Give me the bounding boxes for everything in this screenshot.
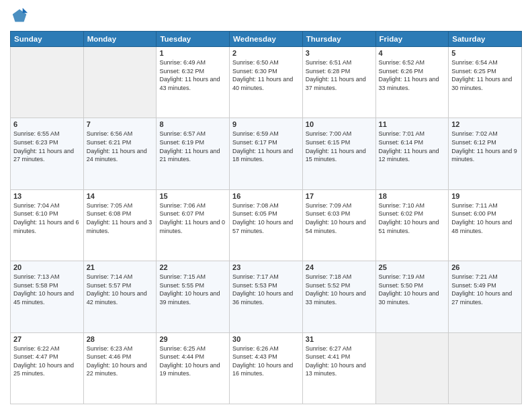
calendar-cell: 9Sunrise: 6:59 AM Sunset: 6:17 PM Daylig…: [230, 118, 303, 189]
calendar-week-4: 20Sunrise: 7:13 AM Sunset: 5:58 PM Dayli…: [11, 261, 522, 332]
day-number: 8: [159, 120, 226, 128]
day-info: Sunrise: 7:01 AM Sunset: 6:14 PM Dayligh…: [379, 130, 446, 163]
calendar-cell: 21Sunrise: 7:14 AM Sunset: 5:57 PM Dayli…: [83, 261, 157, 332]
day-info: Sunrise: 6:23 AM Sunset: 4:46 PM Dayligh…: [87, 345, 154, 378]
day-info: Sunrise: 6:27 AM Sunset: 4:41 PM Dayligh…: [306, 345, 373, 378]
day-number: 27: [13, 335, 81, 343]
calendar-cell: 23Sunrise: 7:17 AM Sunset: 5:53 PM Dayli…: [230, 261, 303, 332]
weekday-header-thursday: Thursday: [302, 32, 375, 47]
day-info: Sunrise: 6:59 AM Sunset: 6:17 PM Dayligh…: [232, 130, 300, 163]
day-number: 22: [159, 263, 226, 271]
calendar-cell: 18Sunrise: 7:10 AM Sunset: 6:02 PM Dayli…: [375, 189, 449, 261]
day-number: 9: [232, 120, 300, 128]
day-info: Sunrise: 7:18 AM Sunset: 5:52 PM Dayligh…: [306, 273, 373, 306]
day-info: Sunrise: 7:19 AM Sunset: 5:50 PM Dayligh…: [379, 273, 446, 306]
day-number: 31: [306, 335, 373, 343]
calendar-cell: 14Sunrise: 7:05 AM Sunset: 6:08 PM Dayli…: [83, 189, 157, 261]
weekday-header-friday: Friday: [375, 32, 449, 47]
day-info: Sunrise: 7:02 AM Sunset: 6:12 PM Dayligh…: [451, 130, 519, 163]
calendar-cell: 4Sunrise: 6:52 AM Sunset: 6:26 PM Daylig…: [375, 47, 449, 118]
day-info: Sunrise: 6:51 AM Sunset: 6:28 PM Dayligh…: [306, 58, 373, 92]
calendar-cell: 22Sunrise: 7:15 AM Sunset: 5:55 PM Dayli…: [157, 261, 230, 332]
calendar-cell: [11, 47, 84, 118]
day-number: 2: [232, 49, 300, 57]
day-info: Sunrise: 7:11 AM Sunset: 6:00 PM Dayligh…: [451, 201, 519, 235]
day-number: 18: [379, 192, 446, 200]
day-number: 7: [87, 120, 154, 128]
header: [10, 7, 522, 26]
day-info: Sunrise: 7:21 AM Sunset: 5:49 PM Dayligh…: [451, 273, 519, 306]
calendar-cell: 12Sunrise: 7:02 AM Sunset: 6:12 PM Dayli…: [449, 118, 522, 189]
day-number: 23: [232, 263, 300, 271]
day-number: 26: [451, 263, 519, 271]
calendar-cell: 13Sunrise: 7:04 AM Sunset: 6:10 PM Dayli…: [11, 189, 84, 261]
calendar-week-2: 6Sunrise: 6:55 AM Sunset: 6:23 PM Daylig…: [11, 118, 522, 189]
calendar-cell: 8Sunrise: 6:57 AM Sunset: 6:19 PM Daylig…: [157, 118, 230, 189]
day-info: Sunrise: 6:57 AM Sunset: 6:19 PM Dayligh…: [159, 130, 226, 163]
calendar-header-row: SundayMondayTuesdayWednesdayThursdayFrid…: [11, 32, 522, 47]
day-number: 13: [13, 192, 81, 200]
day-info: Sunrise: 6:22 AM Sunset: 4:47 PM Dayligh…: [13, 345, 81, 378]
calendar-cell: 28Sunrise: 6:23 AM Sunset: 4:46 PM Dayli…: [83, 332, 157, 404]
calendar-cell: 10Sunrise: 7:00 AM Sunset: 6:15 PM Dayli…: [302, 118, 375, 189]
day-number: 28: [87, 335, 154, 343]
calendar-cell: 20Sunrise: 7:13 AM Sunset: 5:58 PM Dayli…: [11, 261, 84, 332]
calendar-cell: 16Sunrise: 7:08 AM Sunset: 6:05 PM Dayli…: [230, 189, 303, 261]
calendar-cell: 3Sunrise: 6:51 AM Sunset: 6:28 PM Daylig…: [302, 47, 375, 118]
day-info: Sunrise: 6:55 AM Sunset: 6:23 PM Dayligh…: [13, 130, 81, 163]
day-number: 4: [379, 49, 446, 57]
weekday-header-monday: Monday: [83, 32, 157, 47]
weekday-header-saturday: Saturday: [449, 32, 522, 47]
calendar-week-3: 13Sunrise: 7:04 AM Sunset: 6:10 PM Dayli…: [11, 189, 522, 261]
day-info: Sunrise: 7:09 AM Sunset: 6:03 PM Dayligh…: [306, 201, 373, 235]
calendar-cell: 7Sunrise: 6:56 AM Sunset: 6:21 PM Daylig…: [83, 118, 157, 189]
calendar-week-1: 1Sunrise: 6:49 AM Sunset: 6:32 PM Daylig…: [11, 47, 522, 118]
day-number: 30: [232, 335, 300, 343]
page: SundayMondayTuesdayWednesdayThursdayFrid…: [0, 0, 532, 411]
day-number: 1: [159, 49, 226, 57]
calendar-cell: 29Sunrise: 6:25 AM Sunset: 4:44 PM Dayli…: [157, 332, 230, 404]
day-info: Sunrise: 7:00 AM Sunset: 6:15 PM Dayligh…: [306, 130, 373, 163]
day-info: Sunrise: 6:25 AM Sunset: 4:44 PM Dayligh…: [159, 345, 226, 378]
day-info: Sunrise: 7:05 AM Sunset: 6:08 PM Dayligh…: [87, 201, 154, 235]
weekday-header-wednesday: Wednesday: [230, 32, 303, 47]
logo-icon: [10, 7, 29, 26]
day-info: Sunrise: 6:50 AM Sunset: 6:30 PM Dayligh…: [232, 58, 300, 92]
svg-marker-1: [23, 8, 28, 13]
day-number: 29: [159, 335, 226, 343]
day-number: 5: [451, 49, 519, 57]
day-info: Sunrise: 7:14 AM Sunset: 5:57 PM Dayligh…: [87, 273, 154, 306]
weekday-header-tuesday: Tuesday: [157, 32, 230, 47]
calendar-cell: [449, 332, 522, 404]
day-info: Sunrise: 6:56 AM Sunset: 6:21 PM Dayligh…: [87, 130, 154, 163]
calendar-cell: 31Sunrise: 6:27 AM Sunset: 4:41 PM Dayli…: [302, 332, 375, 404]
day-info: Sunrise: 7:13 AM Sunset: 5:58 PM Dayligh…: [13, 273, 81, 306]
calendar-week-5: 27Sunrise: 6:22 AM Sunset: 4:47 PM Dayli…: [11, 332, 522, 404]
day-info: Sunrise: 6:52 AM Sunset: 6:26 PM Dayligh…: [379, 58, 446, 92]
day-number: 12: [451, 120, 519, 128]
day-info: Sunrise: 7:10 AM Sunset: 6:02 PM Dayligh…: [379, 201, 446, 235]
calendar-cell: 6Sunrise: 6:55 AM Sunset: 6:23 PM Daylig…: [11, 118, 84, 189]
day-info: Sunrise: 7:06 AM Sunset: 6:07 PM Dayligh…: [159, 201, 226, 235]
calendar-cell: 25Sunrise: 7:19 AM Sunset: 5:50 PM Dayli…: [375, 261, 449, 332]
day-number: 21: [87, 263, 154, 271]
day-info: Sunrise: 6:49 AM Sunset: 6:32 PM Dayligh…: [159, 58, 226, 92]
calendar-cell: 26Sunrise: 7:21 AM Sunset: 5:49 PM Dayli…: [449, 261, 522, 332]
day-number: 11: [379, 120, 446, 128]
calendar-cell: 2Sunrise: 6:50 AM Sunset: 6:30 PM Daylig…: [230, 47, 303, 118]
day-number: 10: [306, 120, 373, 128]
day-info: Sunrise: 6:26 AM Sunset: 4:43 PM Dayligh…: [232, 345, 300, 378]
day-number: 6: [13, 120, 81, 128]
day-info: Sunrise: 7:17 AM Sunset: 5:53 PM Dayligh…: [232, 273, 300, 306]
calendar-cell: 24Sunrise: 7:18 AM Sunset: 5:52 PM Dayli…: [302, 261, 375, 332]
calendar-cell: [83, 47, 157, 118]
day-number: 3: [306, 49, 373, 57]
calendar-table: SundayMondayTuesdayWednesdayThursdayFrid…: [10, 31, 522, 404]
calendar-cell: [375, 332, 449, 404]
calendar-cell: 30Sunrise: 6:26 AM Sunset: 4:43 PM Dayli…: [230, 332, 303, 404]
day-info: Sunrise: 7:15 AM Sunset: 5:55 PM Dayligh…: [159, 273, 226, 306]
day-number: 20: [13, 263, 81, 271]
calendar-cell: 17Sunrise: 7:09 AM Sunset: 6:03 PM Dayli…: [302, 189, 375, 261]
calendar-cell: 19Sunrise: 7:11 AM Sunset: 6:00 PM Dayli…: [449, 189, 522, 261]
calendar-cell: 5Sunrise: 6:54 AM Sunset: 6:25 PM Daylig…: [449, 47, 522, 118]
